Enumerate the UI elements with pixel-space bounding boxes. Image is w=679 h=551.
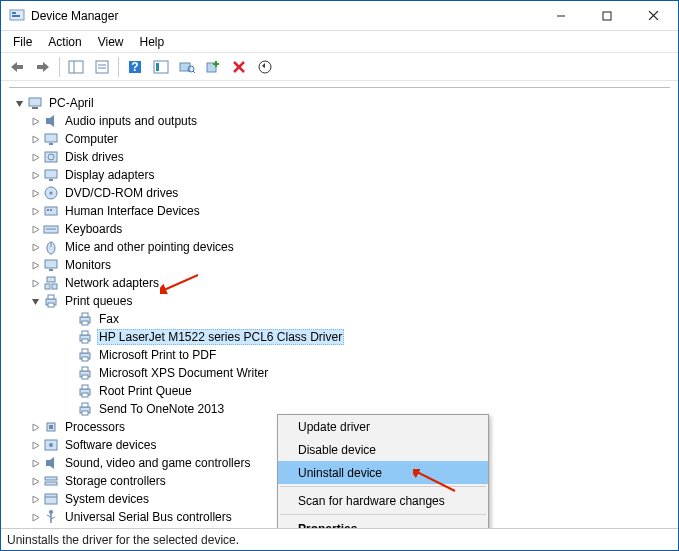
expander-icon[interactable]	[27, 491, 43, 507]
show-hide-console-button[interactable]	[64, 55, 88, 79]
tree-item[interactable]: Computer	[7, 130, 672, 148]
expander-icon[interactable]	[27, 221, 43, 237]
tree-item[interactable]: Audio inputs and outputs	[7, 112, 672, 130]
expander-icon[interactable]	[27, 149, 43, 165]
scan-button[interactable]	[175, 55, 199, 79]
tree-item-label: Mice and other pointing devices	[63, 240, 236, 254]
tree-item[interactable]: Display adapters	[7, 166, 672, 184]
expander-icon[interactable]	[27, 167, 43, 183]
tree-subitem[interactable]: Microsoft Print to PDF	[7, 346, 672, 364]
expander-icon[interactable]	[27, 185, 43, 201]
svg-point-80	[49, 510, 53, 514]
tree-subitem-label: Root Print Queue	[97, 384, 194, 398]
svg-rect-77	[45, 482, 57, 485]
storage-icon	[43, 473, 59, 489]
context-properties[interactable]: Properties	[278, 517, 488, 528]
expander-icon[interactable]	[27, 113, 43, 129]
tree-item-label: Monitors	[63, 258, 113, 272]
menu-action[interactable]: Action	[40, 33, 89, 51]
remove-button[interactable]	[227, 55, 251, 79]
context-disable-device[interactable]: Disable device	[278, 438, 488, 461]
tree-item[interactable]: Print queues	[7, 292, 672, 310]
tree-item-label: System devices	[63, 492, 151, 506]
svg-rect-30	[45, 134, 57, 142]
tree-item[interactable]: Network adapters	[7, 274, 672, 292]
svg-rect-8	[37, 65, 43, 69]
tree-item[interactable]: Mice and other pointing devices	[7, 238, 672, 256]
statusbar-text: Uninstalls the driver for the selected d…	[7, 533, 239, 547]
update-button[interactable]	[253, 55, 277, 79]
expander-icon[interactable]	[27, 509, 43, 525]
expander-icon[interactable]	[27, 419, 43, 435]
svg-rect-57	[82, 331, 88, 335]
tree-item[interactable]: Monitors	[7, 256, 672, 274]
context-update-driver[interactable]: Update driver	[278, 415, 488, 438]
svg-rect-7	[17, 65, 23, 69]
device-tree[interactable]: PC-April Audio inputs and outputs Comput…	[1, 81, 678, 528]
minimize-button[interactable]	[538, 2, 584, 30]
menu-file[interactable]: File	[5, 33, 40, 51]
tree-subitem[interactable]: HP LaserJet M1522 series PCL6 Class Driv…	[7, 328, 672, 346]
software-icon	[43, 437, 59, 453]
app-icon	[9, 8, 25, 24]
expander-icon[interactable]	[27, 455, 43, 471]
expander-icon[interactable]	[27, 293, 43, 309]
tree-item[interactable]: DVD/CD-ROM drives	[7, 184, 672, 202]
close-button[interactable]	[630, 2, 676, 30]
tree-subitem-label: Microsoft XPS Document Writer	[97, 366, 270, 380]
expander-icon[interactable]	[27, 473, 43, 489]
cpu-icon	[43, 419, 59, 435]
svg-rect-54	[82, 313, 88, 317]
expander-icon[interactable]	[27, 437, 43, 453]
tree-subitem[interactable]: Microsoft XPS Document Writer	[7, 364, 672, 382]
statusbar: Uninstalls the driver for the selected d…	[1, 528, 678, 550]
action-button[interactable]	[149, 55, 173, 79]
svg-rect-64	[82, 375, 88, 379]
menu-help[interactable]: Help	[132, 33, 173, 51]
tree-subitem[interactable]: Root Print Queue	[7, 382, 672, 400]
hid-icon	[43, 203, 59, 219]
forward-button[interactable]	[31, 55, 55, 79]
svg-rect-1	[12, 12, 16, 14]
tree-subitem-label: Send To OneNote 2013	[97, 402, 226, 416]
printer-icon	[77, 383, 93, 399]
svg-rect-23	[213, 63, 219, 65]
expander-icon[interactable]	[27, 203, 43, 219]
expander-icon[interactable]	[27, 239, 43, 255]
maximize-button[interactable]	[584, 2, 630, 30]
tree-subitem-label: Fax	[97, 312, 121, 326]
svg-rect-51	[48, 295, 54, 299]
expander-icon[interactable]	[27, 257, 43, 273]
expander-icon[interactable]	[27, 131, 43, 147]
back-button[interactable]	[5, 55, 29, 79]
toolbar-separator	[118, 57, 119, 77]
expander-placeholder	[61, 365, 77, 381]
help-button[interactable]: ?	[123, 55, 147, 79]
svg-rect-76	[45, 477, 57, 480]
context-scan-hardware[interactable]: Scan for hardware changes	[278, 489, 488, 512]
add-legacy-button[interactable]	[201, 55, 225, 79]
tree-item[interactable]: Disk drives	[7, 148, 672, 166]
expander-placeholder	[61, 329, 77, 345]
svg-rect-48	[45, 284, 50, 289]
menu-view[interactable]: View	[90, 33, 132, 51]
context-separator	[280, 486, 486, 487]
properties-button[interactable]	[90, 55, 114, 79]
svg-rect-52	[48, 303, 54, 307]
tree-item[interactable]: Human Interface Devices	[7, 202, 672, 220]
svg-point-37	[50, 192, 53, 195]
tree-item[interactable]: Keyboards	[7, 220, 672, 238]
system-icon	[43, 491, 59, 507]
expander-icon[interactable]	[27, 275, 43, 291]
svg-text:?: ?	[131, 60, 138, 74]
keyboard-icon	[43, 221, 59, 237]
monitor-icon	[43, 257, 59, 273]
expander-icon[interactable]	[11, 95, 27, 111]
svg-rect-66	[82, 385, 88, 389]
tree-item-label: Disk drives	[63, 150, 126, 164]
svg-rect-49	[52, 284, 57, 289]
tree-subitem[interactable]: Fax	[7, 310, 672, 328]
tree-item-label: DVD/CD-ROM drives	[63, 186, 180, 200]
tree-root[interactable]: PC-April	[7, 94, 672, 112]
context-uninstall-device[interactable]: Uninstall device	[278, 461, 488, 484]
